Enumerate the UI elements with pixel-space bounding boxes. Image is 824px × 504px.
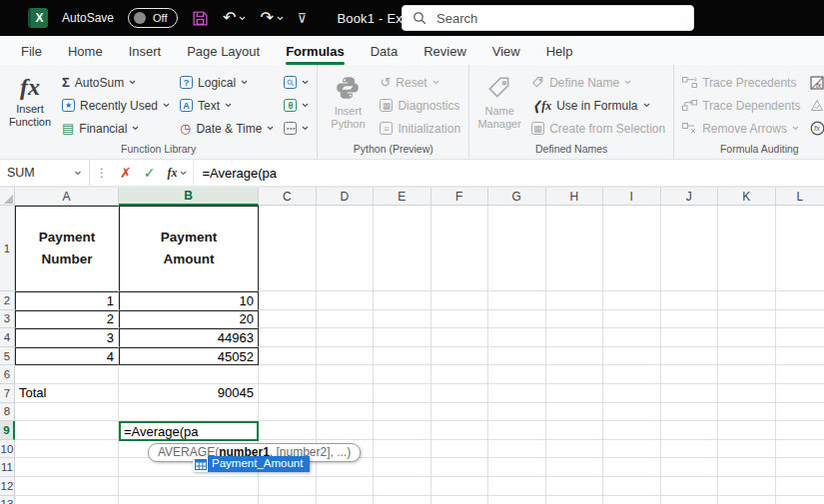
cell-D7[interactable] <box>317 384 375 403</box>
cell-I8[interactable] <box>603 403 661 422</box>
diagnostics-button[interactable]: ▦Diagnostics <box>375 94 465 117</box>
show-formulas-button[interactable]: fx <box>805 71 824 94</box>
cell-L5[interactable] <box>776 347 824 366</box>
cell-A11[interactable] <box>15 458 119 477</box>
cell-K2[interactable] <box>718 291 776 310</box>
cell-H2[interactable] <box>546 291 604 310</box>
cell-A8[interactable] <box>15 403 119 422</box>
column-header-F[interactable]: F <box>431 188 489 206</box>
column-header-C[interactable]: C <box>259 188 317 206</box>
cell-H6[interactable] <box>546 365 604 384</box>
cell-I2[interactable] <box>603 291 661 310</box>
cell-F13[interactable] <box>431 496 489 504</box>
cell-K8[interactable] <box>718 403 776 422</box>
cell-I7[interactable] <box>603 384 661 403</box>
cell-B12[interactable] <box>119 477 259 496</box>
save-button[interactable] <box>192 10 209 27</box>
cell-G11[interactable] <box>488 458 546 477</box>
row-header-5[interactable]: 5 <box>0 347 15 366</box>
row-header-11[interactable]: 11 <box>0 458 15 477</box>
cell-B13[interactable] <box>119 496 259 504</box>
name-manager-button[interactable]: NameManager <box>472 68 526 141</box>
row-header-3[interactable]: 3 <box>0 310 15 329</box>
cell-H5[interactable] <box>546 347 604 366</box>
recently-used-button[interactable]: ★Recently Used <box>57 94 175 117</box>
remove-arrows-button[interactable]: Remove Arrows <box>677 117 805 140</box>
undo-button[interactable]: ↶ <box>223 10 246 26</box>
cell-A12[interactable] <box>15 477 119 496</box>
cell-J6[interactable] <box>661 365 719 384</box>
cell-J8[interactable] <box>661 403 719 422</box>
cell-I3[interactable] <box>603 310 661 329</box>
cell-K7[interactable] <box>718 384 776 403</box>
cell-B9-edit[interactable]: =Average(pa <box>119 421 259 441</box>
cell-B1[interactable]: Payment Amount <box>119 206 259 291</box>
cell-C5[interactable] <box>259 347 317 366</box>
row-header-6[interactable]: 6 <box>0 365 15 384</box>
cell-H9[interactable] <box>546 421 604 440</box>
cell-K11[interactable] <box>718 458 776 477</box>
cell-D4[interactable] <box>317 328 375 347</box>
search-input[interactable]: Search <box>402 5 694 31</box>
cell-K1[interactable] <box>718 206 776 291</box>
cell-D3[interactable] <box>317 310 375 329</box>
cell-G12[interactable] <box>488 477 546 496</box>
column-header-J[interactable]: J <box>661 188 719 206</box>
cell-F1[interactable] <box>431 206 489 291</box>
cell-J10[interactable] <box>661 440 719 459</box>
cell-J4[interactable] <box>661 328 719 347</box>
cell-J13[interactable] <box>661 496 719 504</box>
cell-L10[interactable] <box>776 440 824 459</box>
cell-E12[interactable] <box>374 477 431 496</box>
tab-help[interactable]: Help <box>533 39 586 65</box>
cell-G5[interactable] <box>488 347 546 366</box>
insert-function-button[interactable]: fxInsertFunction <box>3 68 57 141</box>
cell-G3[interactable] <box>488 310 546 329</box>
cell-G13[interactable] <box>488 496 546 504</box>
cell-A9[interactable] <box>15 421 119 440</box>
cell-I13[interactable] <box>603 496 661 504</box>
cell-E10[interactable] <box>374 440 431 459</box>
cell-D13[interactable] <box>317 496 375 504</box>
cell-F9[interactable] <box>431 421 489 440</box>
insert-python-button[interactable]: InsertPython <box>321 68 375 141</box>
define-name-button[interactable]: Define Name <box>526 71 670 94</box>
row-header-8[interactable]: 8 <box>0 403 15 422</box>
cell-L13[interactable] <box>776 496 824 504</box>
cell-G7[interactable] <box>488 384 546 403</box>
date-time-button[interactable]: ◷Date & Time <box>175 117 279 140</box>
cell-H3[interactable] <box>546 310 604 329</box>
tab-home[interactable]: Home <box>55 39 116 65</box>
row-header-2[interactable]: 2 <box>0 291 15 310</box>
more-functions-button[interactable]: ⋯ <box>279 117 314 140</box>
insert-function-button[interactable]: fx <box>161 160 193 186</box>
cell-I9[interactable] <box>603 421 661 440</box>
cell-J12[interactable] <box>661 477 719 496</box>
reset-button[interactable]: ↺Reset <box>375 71 465 94</box>
cell-E11[interactable] <box>374 458 431 477</box>
column-header-L[interactable]: L <box>776 188 824 206</box>
cell-I5[interactable] <box>603 347 661 366</box>
text-button[interactable]: AText <box>175 94 279 117</box>
cell-D1[interactable] <box>317 206 375 291</box>
cell-D6[interactable] <box>317 365 375 384</box>
cell-F4[interactable] <box>431 328 489 347</box>
column-header-I[interactable]: I <box>603 188 661 206</box>
customize-quick-access-button[interactable]: ⊽ <box>298 12 308 25</box>
cell-D5[interactable] <box>317 347 375 366</box>
row-header-12[interactable]: 12 <box>0 477 15 496</box>
cell-K4[interactable] <box>718 328 776 347</box>
cell-J2[interactable] <box>661 291 719 310</box>
cell-F11[interactable] <box>431 458 489 477</box>
cell-E4[interactable] <box>374 328 431 347</box>
column-header-H[interactable]: H <box>546 188 604 206</box>
cell-A4[interactable]: 3 <box>15 328 119 347</box>
cell-I4[interactable] <box>603 328 661 347</box>
cell-F10[interactable] <box>431 440 489 459</box>
cell-A5[interactable]: 4 <box>15 347 119 366</box>
cell-C9[interactable] <box>259 421 317 440</box>
create-from-selection-button[interactable]: ▦Create from Selection <box>526 117 670 140</box>
cell-A13[interactable] <box>15 496 119 504</box>
cell-H13[interactable] <box>546 496 604 504</box>
cell-F2[interactable] <box>431 291 489 310</box>
